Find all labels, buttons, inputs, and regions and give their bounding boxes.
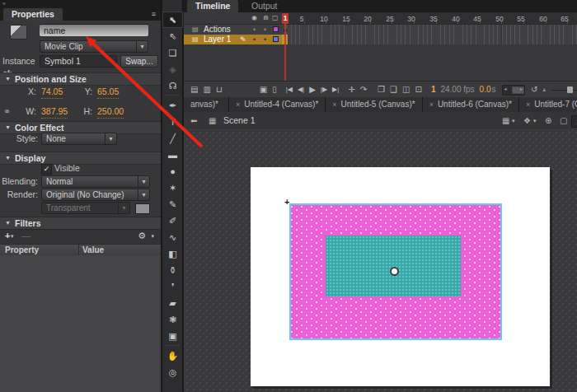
- close-icon[interactable]: ×: [236, 100, 240, 109]
- playhead-frame-box[interactable]: 1: [282, 13, 288, 24]
- layer-lock-dot[interactable]: •: [264, 35, 266, 44]
- render-dropdown[interactable]: Original (No Change) ▾: [41, 189, 150, 201]
- step-back-icon[interactable]: ◀|: [298, 82, 304, 97]
- zoom-tool[interactable]: ◎: [162, 364, 183, 380]
- link-width-height-icon[interactable]: ⚭: [3, 105, 11, 118]
- blending-dropdown[interactable]: Normal ▾: [41, 175, 150, 188]
- x-value[interactable]: 74.05: [41, 86, 63, 99]
- insert-marker-icon[interactable]: ✛: [348, 82, 354, 97]
- stage-zoom-input[interactable]: 100: [571, 115, 577, 128]
- document-tab-untitled-6[interactable]: ×Untitled-6 (Canvas)*: [423, 97, 519, 112]
- loop-icon[interactable]: ▯: [272, 82, 277, 97]
- section-display[interactable]: ▼ Display: [0, 152, 161, 165]
- pencil-tool[interactable]: ✎: [162, 196, 183, 212]
- edit-scene-icon[interactable]: ▦: [502, 112, 509, 129]
- layer-frames-layer-1[interactable]: [282, 35, 577, 44]
- slider-thumb[interactable]: [567, 86, 573, 93]
- subselection-tool[interactable]: ⇖: [162, 28, 183, 44]
- inner-rectangle-shape[interactable]: [326, 236, 461, 296]
- polystar-tool[interactable]: ✶: [162, 180, 183, 196]
- panel-menu-icon[interactable]: ≡: [152, 11, 156, 18]
- edit-symbols-icon[interactable]: ❖: [523, 112, 531, 129]
- document-tab-partial[interactable]: anvas)*: [184, 97, 229, 112]
- oval-tool[interactable]: ●: [162, 163, 183, 180]
- go-first-frame-icon[interactable]: |◀: [286, 82, 293, 97]
- stage-pasteboard[interactable]: +: [184, 129, 577, 392]
- document-tab-untitled-4[interactable]: ×Untitled-4 (Canvas)*: [229, 97, 326, 112]
- w-value[interactable]: 387.95: [41, 105, 68, 119]
- layer-lock-dot[interactable]: •: [264, 25, 266, 35]
- close-icon[interactable]: ×: [526, 100, 530, 109]
- document-tab-untitled-5[interactable]: ×Untitled-5 (Canvas)*: [326, 97, 422, 112]
- rectangle-tool[interactable]: ▬: [162, 147, 183, 163]
- eraser-tool[interactable]: ▰: [162, 295, 183, 311]
- ink-bottle-tool[interactable]: ⚱: [162, 262, 183, 278]
- layer-frames-actions[interactable]: [282, 25, 577, 35]
- layer-outline-color-swatch[interactable]: [273, 36, 279, 42]
- hand-tool[interactable]: ✋: [162, 348, 183, 364]
- center-frame-icon[interactable]: ▣: [260, 82, 267, 97]
- tab-timeline[interactable]: Timeline: [187, 0, 238, 12]
- clip-content-outline-icon[interactable]: ▢: [560, 112, 567, 129]
- back-arrow-icon[interactable]: ⬅: [190, 112, 197, 129]
- free-transform-tool[interactable]: ❏: [162, 44, 183, 61]
- lasso-tool[interactable]: ☊: [162, 77, 183, 94]
- frame-ruler[interactable]: 5 10 15 20 25 30 35 40 45 50 55 60 65: [282, 12, 577, 25]
- close-icon[interactable]: ×: [332, 100, 336, 109]
- layer-name-cell[interactable]: ▤ Layer 1 ✎ • •: [184, 35, 282, 44]
- eye-icon[interactable]: ◉: [251, 12, 257, 24]
- playhead-line[interactable]: [284, 24, 286, 81]
- camera-tool[interactable]: ▣: [162, 328, 183, 344]
- onion-outlines-icon[interactable]: ❑: [390, 82, 397, 97]
- lock-icon[interactable]: ⋒: [263, 12, 269, 24]
- style-dropdown[interactable]: None ▾: [41, 133, 117, 145]
- 3d-rotation-tool[interactable]: ◈: [162, 61, 183, 77]
- filter-options-gear-icon[interactable]: ⚙: [138, 231, 146, 241]
- layer-row-actions[interactable]: ▤ Actions • •: [184, 25, 577, 35]
- scene-name-label[interactable]: Scene 1: [223, 112, 256, 129]
- brush-tool[interactable]: ✐: [162, 212, 183, 229]
- paint-bucket-tool[interactable]: ◧: [162, 245, 183, 262]
- layer-outline-color-swatch[interactable]: [273, 26, 279, 32]
- close-icon[interactable]: ×: [429, 100, 434, 109]
- tab-properties[interactable]: Properties: [3, 8, 63, 21]
- loop-range-icon[interactable]: ↷: [360, 82, 367, 97]
- y-value[interactable]: 65.05: [97, 86, 119, 99]
- add-filter-icon[interactable]: +: [5, 231, 10, 240]
- marker-range-icon[interactable]: ⊡: [415, 82, 422, 97]
- filters-table-body[interactable]: [0, 255, 161, 392]
- timeline-scrollbar[interactable]: ◂ ▸: [502, 85, 525, 96]
- text-tool[interactable]: T: [162, 114, 183, 130]
- section-position-size[interactable]: ▼ Position and Size: [0, 72, 161, 86]
- transformation-point-icon[interactable]: [390, 267, 399, 276]
- layer-row-layer-1[interactable]: ▤ Layer 1 ✎ • •: [184, 35, 577, 44]
- spray-brush-tool[interactable]: ❃: [162, 311, 183, 328]
- go-last-frame-icon[interactable]: ▶|: [332, 82, 339, 97]
- scroll-left-icon[interactable]: ◂: [504, 86, 507, 93]
- symbol-name-field[interactable]: Symbol 1: [40, 55, 117, 68]
- outline-box-icon[interactable]: ▢: [272, 12, 279, 24]
- new-layer-icon[interactable]: ▤: [190, 82, 198, 97]
- line-tool[interactable]: ╱: [162, 130, 183, 147]
- document-tab-untitled-7[interactable]: ×Untitled-7 (Canvas)*: [519, 97, 577, 112]
- onion-skin-icon[interactable]: ❐: [378, 82, 385, 97]
- play-icon[interactable]: ▶: [309, 82, 316, 97]
- visible-checkbox[interactable]: ✓: [41, 164, 52, 175]
- edit-multiple-frames-icon[interactable]: ◫: [402, 82, 410, 97]
- symbol-type-dropdown[interactable]: Movie Clip ▾: [40, 40, 148, 53]
- bone-tool[interactable]: ∿: [162, 229, 183, 245]
- panel-collapse-strip[interactable]: «: [0, 0, 161, 8]
- delete-layer-icon[interactable]: ⊔: [216, 82, 223, 97]
- layer-visibility-dot[interactable]: •: [253, 35, 256, 44]
- step-forward-icon[interactable]: |▶: [321, 82, 327, 97]
- reset-timeline-zoom-icon[interactable]: ↺: [531, 82, 537, 97]
- eyedropper-tool[interactable]: ❜: [162, 278, 183, 295]
- h-value[interactable]: 250.00: [97, 105, 124, 119]
- section-filters[interactable]: ▼ Filters: [0, 217, 161, 230]
- swap-button[interactable]: Swap...: [120, 55, 158, 68]
- instance-name-input[interactable]: name: [40, 24, 148, 36]
- layer-name-cell[interactable]: ▤ Actions • •: [184, 25, 282, 35]
- pen-tool[interactable]: ✒: [162, 97, 183, 114]
- tab-output[interactable]: Output: [243, 0, 286, 12]
- timeline-zoom-slider[interactable]: [551, 85, 577, 95]
